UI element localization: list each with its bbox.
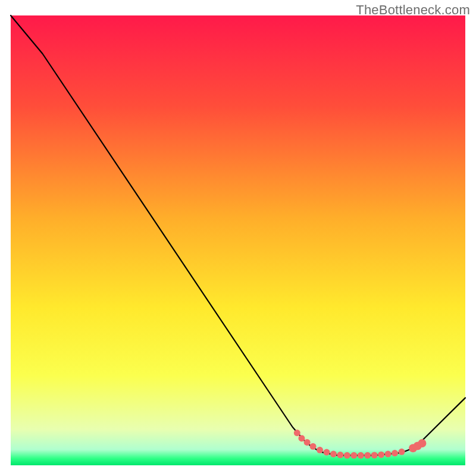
watermark-text: TheBottleneck.com [356,2,470,18]
highlight-dot [298,435,305,441]
highlight-dot [304,439,311,446]
highlight-dot [392,450,398,456]
highlight-dot [399,449,405,455]
highlight-dot [378,452,384,458]
highlight-dot [310,443,317,450]
highlight-dot [337,452,343,458]
highlight-dot [364,452,371,459]
highlight-dot [294,430,300,436]
highlight-dot [323,449,330,456]
highlight-dot [418,439,426,447]
highlight-dot [371,452,378,458]
highlight-dot [385,451,392,458]
highlight-dot [317,447,323,453]
highlight-dot [350,452,357,459]
highlight-dot [344,452,350,459]
chart-svg [0,0,476,476]
highlight-dot [330,451,337,458]
gradient-background [11,15,465,465]
chart-container: TheBottleneck.com [0,0,476,476]
highlight-dot [358,452,364,459]
